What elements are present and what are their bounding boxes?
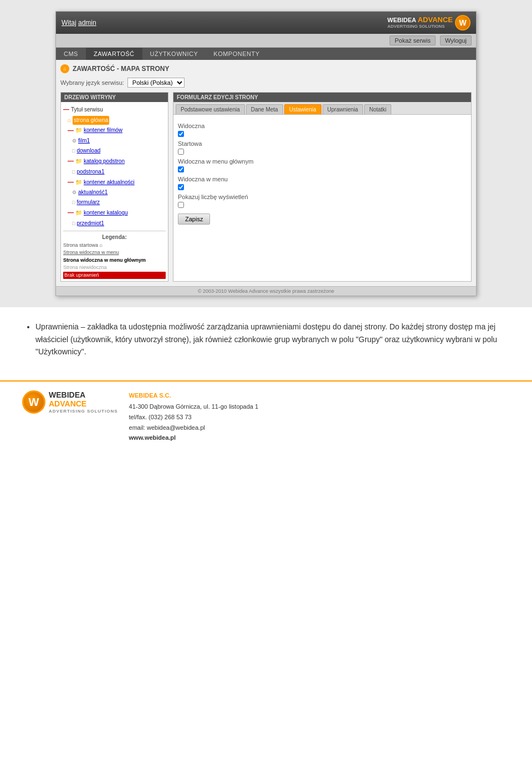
logo-circle-icon: W (455, 15, 470, 30)
tab-uprawnienia[interactable]: Uprawnienia (323, 104, 364, 114)
language-label: Wybrany język serwisu: (60, 79, 124, 86)
legend: Legenda: Strona startowa ⌂ Strona widocz… (63, 231, 166, 279)
footer-logo-sub: ADVERTISING SOLUTIONS (49, 409, 118, 414)
folder-icon: 📁 (75, 178, 82, 187)
widoczna-checkbox-row (178, 131, 467, 137)
top-nav: Pokaż serwis Wyloguj (56, 34, 476, 48)
widoczna-menu-glownym-checkbox-row (178, 166, 467, 172)
nav-item-zawartość[interactable]: ZAWARTOŚĆ (86, 48, 142, 60)
dash-icon: — (68, 156, 74, 166)
legend-no-access: Brak uprawnień (63, 272, 166, 279)
widoczna-menu-glownym-checkbox[interactable] (178, 166, 184, 172)
tree-content: — Tytuł serwisu ⌂ strona główna — 📁 kont… (61, 102, 168, 281)
page-icon: □ (72, 220, 75, 227)
tree-item-root[interactable]: — Tytuł serwisu (63, 104, 166, 115)
tree-link[interactable]: kontener aktualności (84, 178, 135, 187)
greeting-text: Witaj (62, 19, 76, 27)
startowa-checkbox[interactable] (178, 149, 184, 155)
page-header: ⌂ ZAWARTOŚĆ - MAPA STRONY (60, 64, 472, 73)
save-button[interactable]: Zapisz (178, 213, 210, 225)
tree-item-kontener-filmow[interactable]: — 📁 kontener filmów (63, 125, 166, 136)
form-panel-header: FORMULARZ EDYCJI STRONY (173, 93, 471, 102)
legend-menu: Strona widoczna w menu (63, 249, 166, 257)
nav-item-cms[interactable]: CMS (56, 48, 86, 60)
folder-icon: 📁 (75, 157, 82, 166)
widoczna-checkbox[interactable] (178, 131, 184, 137)
form-tabs: Podstawowe ustawienia Dane Meta Ustawien… (173, 102, 471, 115)
pokaz-liczbe-checkbox[interactable] (178, 202, 184, 208)
two-panel: DRZEWO WITRYNY — Tytuł serwisu ⌂ strona … (60, 92, 472, 282)
tree-item-aktualnosc1[interactable]: ⚙ aktualność1 (63, 187, 166, 197)
footer-logo-circle: W (22, 390, 45, 414)
username-link[interactable]: admin (78, 19, 96, 27)
dash-icon: — (68, 177, 74, 187)
tree-item-kontener-aktualnosci[interactable]: — 📁 kontener aktualności (63, 177, 166, 188)
tree-link[interactable]: przedmiot1 (76, 219, 104, 228)
tree-item-download[interactable]: □ download (63, 146, 166, 156)
body-paragraph: Uprawnienia – zakładka ta udostępnia moż… (35, 322, 497, 356)
language-select[interactable]: Polski (Polska) (127, 78, 185, 88)
footer-website[interactable]: www.webidea.pl (129, 433, 259, 443)
tab-notatki[interactable]: Notatki (364, 104, 391, 114)
footer-logo-line1: WEBIDEA (49, 390, 85, 399)
webidea-logo: WEBIDEA ADVANCE ADVERTISING SOLUTIONS W (387, 15, 470, 30)
logout-button[interactable]: Wyloguj (440, 35, 472, 45)
tree-item-przedmiot1[interactable]: □ przedmiot1 (63, 218, 166, 228)
tree-item-label: Tytuł serwisu (71, 105, 103, 114)
pokaz-liczbe-label: Pokazuj liczbę wyświetleń (178, 194, 467, 200)
main-nav: CMS ZAWARTOŚĆ UŻYTKOWNICY KOMPONENTY (56, 48, 476, 60)
page-title: ZAWARTOŚĆ - MAPA STRONY (73, 65, 169, 73)
legend-title: Legenda: (63, 233, 166, 242)
cms-footer: © 2003-2010 Webidea Advance wszystkie pr… (56, 286, 476, 296)
dash-icon: — (63, 105, 69, 115)
tree-link[interactable]: podstrona1 (76, 167, 104, 176)
footer-info: WEBIDEA S.C. 41-300 Dąbrowa Górnicza, ul… (129, 390, 259, 443)
tree-link[interactable]: katalog podstron (84, 157, 125, 166)
language-row: Wybrany język serwisu: Polski (Polska) (60, 78, 472, 88)
cms-footer-text: © 2003-2010 Webidea Advance wszystkie pr… (198, 288, 334, 294)
title-bar: Witaj admin WEBIDEA ADVANCE ADVERTISING … (56, 12, 476, 34)
dash-icon: — (68, 208, 74, 218)
footer-address: 41-300 Dąbrowa Górnicza, ul. 11-go listo… (129, 401, 259, 412)
folder-icon: 📁 (75, 126, 82, 135)
tree-link[interactable]: download (76, 146, 100, 155)
page-icon: □ (72, 199, 75, 206)
nav-item-użytkownicy[interactable]: UŻYTKOWNICY (142, 48, 206, 60)
tree-link[interactable]: formularz (76, 198, 100, 207)
folder-icon: ⌂ (68, 116, 71, 125)
legend-home: Strona startowa ⌂ (63, 242, 166, 250)
tree-link[interactable]: kontener katalogu (84, 209, 128, 217)
legend-hidden: Strona niewidoczna (63, 264, 166, 272)
logo-line2: ADVANCE (418, 16, 453, 24)
form-panel: FORMULARZ EDYCJI STRONY Podstawowe ustaw… (173, 92, 472, 282)
folder-icon: 📁 (75, 209, 82, 217)
tree-item-film1[interactable]: ⚙ film1 (63, 136, 166, 146)
widoczna-label: Widoczna (178, 123, 467, 129)
widoczna-menu-checkbox[interactable] (178, 184, 184, 190)
page-header-icon: ⌂ (60, 64, 69, 73)
tree-item-katalog-podstron[interactable]: — 📁 katalog podstron (63, 156, 166, 167)
tab-ustawienia[interactable]: Ustawienia (284, 104, 321, 114)
show-site-button[interactable]: Pokaż serwis (390, 35, 436, 45)
tree-link[interactable]: film1 (78, 136, 90, 145)
tree-item-strona-glowna[interactable]: ⌂ strona główna (63, 115, 166, 125)
tree-item-podstrona1[interactable]: □ podstrona1 (63, 167, 166, 177)
widoczna-menu-label: Widoczna w menu (178, 176, 467, 182)
tree-link[interactable]: aktualność1 (78, 188, 108, 197)
legend-main-menu: Strona widoczna w menu głównym (63, 257, 166, 265)
widoczna-menu-checkbox-row (178, 184, 467, 190)
logo-sub: ADVERTISING SOLUTIONS (387, 24, 453, 29)
tree-link[interactable]: kontener filmów (84, 126, 122, 135)
cms-window: Witaj admin WEBIDEA ADVANCE ADVERTISING … (55, 11, 477, 296)
tree-item-kontener-katalogu[interactable]: — 📁 kontener katalogu (63, 207, 166, 218)
logo-text: WEBIDEA ADVANCE ADVERTISING SOLUTIONS (387, 16, 453, 29)
tree-panel: DRZEWO WITRYNY — Tytuł serwisu ⌂ strona … (60, 92, 168, 282)
tree-item-formularz[interactable]: □ formularz (63, 197, 166, 207)
tab-dane-meta[interactable]: Dane Meta (246, 104, 283, 114)
page-icon: □ (72, 147, 75, 155)
form-body: Widoczna Startowa Widoczna w menu główny… (173, 115, 471, 229)
screenshot-area: Witaj admin WEBIDEA ADVANCE ADVERTISING … (0, 0, 532, 307)
startowa-label: Startowa (178, 140, 467, 147)
nav-item-komponenty[interactable]: KOMPONENTY (206, 48, 267, 60)
tab-podstawowe[interactable]: Podstawowe ustawienia (176, 104, 245, 114)
